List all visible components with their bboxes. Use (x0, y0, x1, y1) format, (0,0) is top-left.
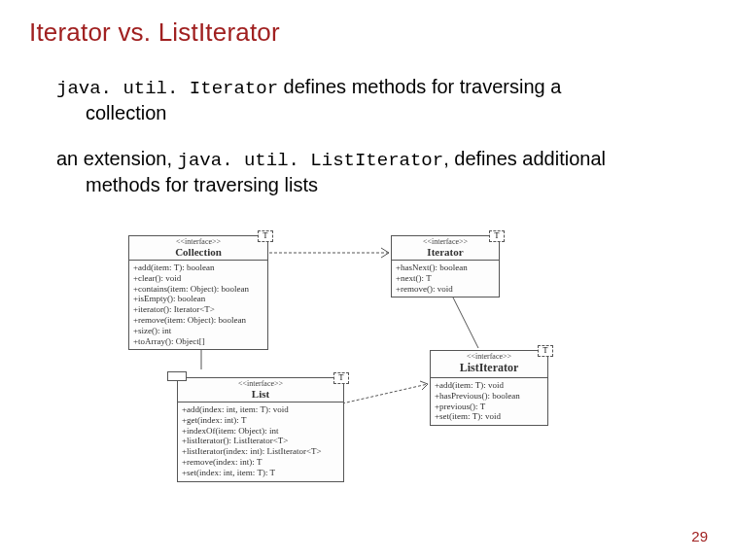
uml-list-members: +add(index: int, item: T): void +get(ind… (178, 402, 343, 481)
uml-iterator-members: +hasNext(): boolean +next(): T +remove()… (392, 261, 499, 297)
uml-collection-members: +add(item: T): boolean +clear(): void +c… (129, 261, 267, 349)
uml-listiterator: <<interface>> ListIterator +add(item: T)… (430, 350, 548, 426)
uml-collection-typeparam: T (258, 230, 273, 242)
svg-line-3 (342, 384, 428, 403)
uml-iterator-name: Iterator (392, 246, 499, 261)
uml-list-typeparam: T (333, 372, 349, 384)
code-listiterator: java. util. ListIterator (178, 150, 444, 171)
p2-text2: methods for traversing lists (86, 173, 706, 197)
paragraph-2: an extension, java. util. ListIterator, … (56, 147, 706, 197)
p1-text2: collection (86, 101, 706, 125)
uml-list: <<interface>> List +add(index: int, item… (177, 377, 344, 482)
svg-line-4 (449, 290, 478, 348)
slide: Iterator vs. ListIterator java. util. It… (0, 0, 735, 560)
uml-listiterator-name: ListIterator (431, 361, 547, 378)
p2-mid: , defines additional (443, 148, 606, 169)
slide-title: Iterator vs. ListIterator (29, 18, 706, 48)
uml-listiterator-members: +add(item: T): void +hasPrevious(): bool… (431, 378, 547, 425)
p2-lead: an extension, (56, 148, 178, 169)
uml-collection-stereo: <<interface>> (129, 236, 267, 246)
uml-diagram: <<interface>> Collection +add(item: T): … (119, 233, 624, 496)
uml-list-name: List (178, 388, 343, 402)
uml-list-stereo: <<interface>> (178, 378, 343, 388)
uml-iterator-typeparam: T (489, 230, 505, 242)
uml-collection: <<interface>> Collection +add(item: T): … (128, 235, 268, 350)
uml-list-corner (167, 371, 187, 381)
code-iterator: java. util. Iterator (56, 78, 278, 99)
uml-iterator: <<interface>> Iterator +hasNext(): boole… (391, 235, 500, 298)
page-number: 29 (691, 528, 708, 544)
uml-listiterator-stereo: <<interface>> (431, 351, 547, 361)
p1-text1: defines methods for traversing a (278, 76, 561, 97)
uml-collection-name: Collection (129, 246, 267, 261)
uml-listiterator-typeparam: T (538, 345, 553, 357)
uml-iterator-stereo: <<interface>> (392, 236, 499, 246)
paragraph-1: java. util. Iterator defines methods for… (56, 75, 706, 125)
